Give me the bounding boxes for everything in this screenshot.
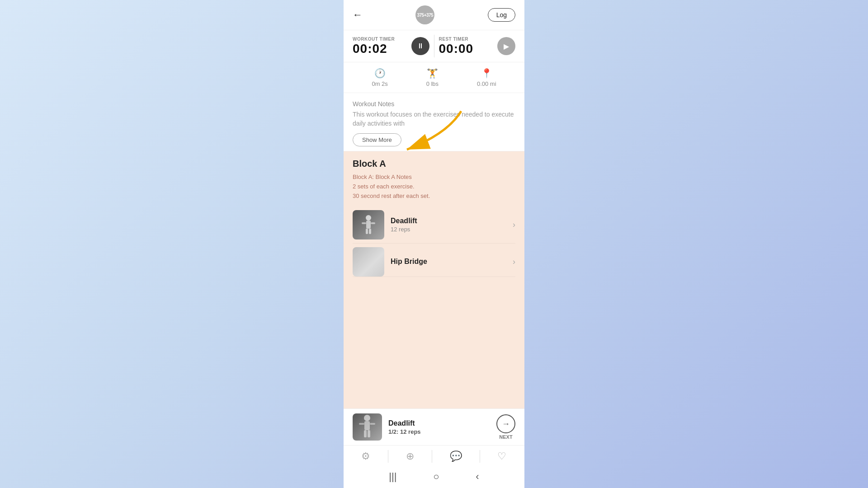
block-a-notes-line2: 2 sets of each exercise. bbox=[353, 183, 415, 190]
location-icon: 📍 bbox=[481, 68, 492, 79]
block-a-notes: Block A: Block A Notes 2 sets of each ex… bbox=[353, 173, 515, 201]
back-nav-button[interactable]: ‹ bbox=[476, 471, 479, 483]
workout-timer-value: 00:02 bbox=[353, 42, 407, 56]
bottom-exercise-bar: Deadlift 1/2: 12 reps → NEXT bbox=[344, 408, 524, 445]
exercise-info: Hip Bridge bbox=[391, 258, 427, 266]
current-exercise-figure-icon bbox=[353, 413, 382, 441]
next-label: NEXT bbox=[499, 434, 512, 440]
dumbbell-icon: 🏋 bbox=[427, 68, 438, 79]
current-exercise-info: Deadlift 1/2: 12 reps bbox=[388, 419, 496, 435]
heart-icon[interactable]: ♡ bbox=[497, 450, 506, 462]
workout-timer-label: WORKOUT TIMER bbox=[353, 37, 407, 42]
timer-section: WORKOUT TIMER 00:02 ⏸ REST TIMER 00:00 ▶ bbox=[344, 30, 524, 62]
rest-timer-label: REST TIMER bbox=[439, 37, 493, 42]
recent-apps-button[interactable]: ||| bbox=[389, 471, 396, 483]
current-exercise-detail-bold: 1/2: bbox=[388, 428, 398, 435]
system-nav: ||| ○ ‹ bbox=[344, 467, 524, 488]
exercise-item-hip-bridge[interactable]: Hip Bridge › bbox=[353, 244, 515, 277]
workout-timer-block: WORKOUT TIMER 00:02 bbox=[353, 37, 407, 56]
svg-point-1 bbox=[366, 215, 371, 221]
deadlift-figure-icon bbox=[357, 213, 380, 236]
distance-stat-value: 0.00 mi bbox=[477, 80, 496, 87]
workout-notes-title: Workout Notes bbox=[353, 100, 515, 108]
block-a-title: Block A bbox=[353, 159, 515, 169]
timer-divider bbox=[434, 35, 434, 57]
next-button[interactable]: → NEXT bbox=[496, 414, 515, 440]
svg-rect-2 bbox=[366, 221, 371, 229]
chevron-right-icon-2: › bbox=[513, 257, 515, 267]
workout-timer-pause-button[interactable]: ⏸ bbox=[411, 37, 429, 55]
exercise-info: Deadlift 12 reps bbox=[391, 217, 417, 233]
rest-timer-play-button[interactable]: ▶ bbox=[497, 37, 515, 55]
home-button[interactable]: ○ bbox=[433, 471, 439, 483]
current-exercise-name: Deadlift bbox=[388, 419, 496, 427]
hip-bridge-thumbnail bbox=[353, 247, 384, 277]
svg-rect-8 bbox=[364, 421, 370, 430]
svg-point-7 bbox=[364, 415, 370, 421]
exercise-name-hip-bridge: Hip Bridge bbox=[391, 258, 427, 266]
svg-rect-3 bbox=[362, 222, 366, 224]
play-icon: ▶ bbox=[504, 42, 509, 51]
svg-rect-5 bbox=[366, 229, 368, 234]
exercise-reps-deadlift: 12 reps bbox=[391, 226, 417, 233]
nav-divider-1 bbox=[388, 450, 388, 463]
time-stat: 🕐 0m 2s bbox=[372, 68, 387, 87]
svg-rect-12 bbox=[368, 430, 370, 437]
rest-timer-value: 00:00 bbox=[439, 42, 493, 56]
exercise-item-deadlift[interactable]: Deadlift 12 reps › bbox=[353, 206, 515, 244]
current-exercise-detail-text: 12 reps bbox=[398, 428, 420, 435]
svg-rect-10 bbox=[370, 423, 375, 425]
pause-icon: ⏸ bbox=[417, 42, 424, 50]
svg-rect-4 bbox=[371, 222, 375, 224]
svg-rect-6 bbox=[369, 229, 371, 234]
svg-rect-11 bbox=[364, 430, 367, 437]
settings-icon[interactable]: ⚙ bbox=[361, 450, 370, 462]
distance-stat: 📍 0.00 mi bbox=[477, 68, 496, 87]
svg-rect-9 bbox=[359, 423, 364, 425]
time-stat-value: 0m 2s bbox=[372, 80, 387, 87]
chat-icon[interactable]: 💬 bbox=[450, 450, 462, 462]
nav-divider-2 bbox=[432, 450, 432, 463]
block-a-notes-line1: Block A: Block A Notes bbox=[353, 174, 412, 180]
deadlift-thumbnail bbox=[353, 210, 384, 239]
header: ← 375+375 Log bbox=[344, 0, 524, 30]
current-exercise-thumbnail bbox=[353, 413, 382, 441]
chevron-right-icon: › bbox=[513, 220, 515, 230]
weight-stat-value: 0 lbs bbox=[426, 80, 439, 87]
back-button[interactable]: ← bbox=[353, 9, 363, 21]
weight-stat: 🏋 0 lbs bbox=[426, 68, 439, 87]
workout-notes-text: This workout focuses on the exercises ne… bbox=[353, 110, 515, 128]
avatar[interactable]: 375+375 bbox=[415, 5, 434, 24]
current-exercise-detail: 1/2: 12 reps bbox=[388, 428, 496, 435]
add-icon[interactable]: ⊕ bbox=[406, 450, 414, 462]
next-circle-icon: → bbox=[496, 414, 515, 433]
stats-row: 🕐 0m 2s 🏋 0 lbs 📍 0.00 mi bbox=[344, 62, 524, 93]
show-more-button[interactable]: Show More bbox=[353, 133, 401, 146]
rest-timer-block: REST TIMER 00:00 bbox=[439, 37, 493, 56]
bottom-nav: ⚙ ⊕ 💬 ♡ bbox=[344, 445, 524, 467]
workout-notes-section: Workout Notes This workout focuses on th… bbox=[344, 93, 524, 151]
exercise-name-deadlift: Deadlift bbox=[391, 217, 417, 225]
block-a-notes-line3: 30 second rest after each set. bbox=[353, 192, 430, 199]
log-button[interactable]: Log bbox=[488, 8, 515, 22]
nav-divider-3 bbox=[480, 450, 480, 463]
clock-icon: 🕐 bbox=[374, 68, 386, 79]
block-a-section: Block A Block A: Block A Notes 2 sets of… bbox=[344, 151, 524, 408]
